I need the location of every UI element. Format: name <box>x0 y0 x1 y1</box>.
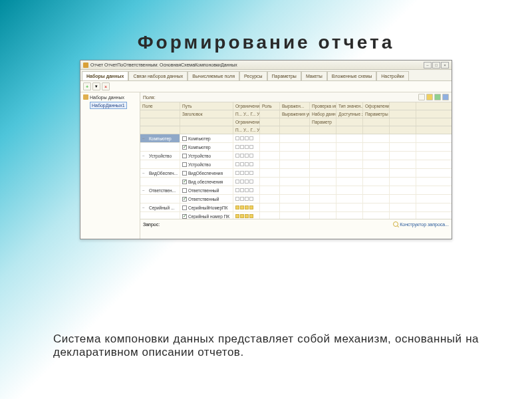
tree-item-dataset1[interactable]: НаборДанных1 <box>90 102 127 109</box>
restriction-box[interactable] <box>249 145 253 149</box>
checkbox[interactable] <box>182 136 187 141</box>
restriction-box[interactable] <box>249 171 253 175</box>
restriction-box[interactable] <box>240 136 244 140</box>
restriction-box[interactable] <box>235 171 239 175</box>
tab-7[interactable]: Настройки <box>376 71 408 80</box>
col-header[interactable]: Тип значен... <box>336 102 363 110</box>
checkbox[interactable] <box>182 180 187 184</box>
restriction-box[interactable] <box>235 136 239 140</box>
restriction-box[interactable] <box>235 205 239 209</box>
col-header[interactable]: Роль <box>260 102 280 110</box>
tab-4[interactable]: Параметры <box>267 71 301 80</box>
restriction-box[interactable] <box>245 171 249 175</box>
col-header[interactable] <box>180 118 233 126</box>
expand-icon[interactable]: − <box>142 171 148 176</box>
col-header[interactable] <box>280 118 310 126</box>
table-row[interactable]: Устройство <box>140 160 452 169</box>
table-row[interactable]: −КомпьютерКомпьютер <box>140 134 452 143</box>
restriction-box[interactable] <box>240 188 244 192</box>
col-header[interactable] <box>336 118 363 126</box>
tab-0[interactable]: Наборы данных <box>82 71 128 80</box>
restriction-box[interactable] <box>235 214 239 218</box>
col-header[interactable]: Путь <box>180 102 233 110</box>
restriction-box[interactable] <box>240 214 244 218</box>
tab-2[interactable]: Вычисляемые поля <box>188 71 239 80</box>
col-header[interactable] <box>390 102 416 110</box>
col-header[interactable] <box>260 110 280 118</box>
checkbox[interactable] <box>182 197 187 201</box>
col-header[interactable] <box>260 126 280 134</box>
col-header[interactable] <box>363 126 390 134</box>
restriction-box[interactable] <box>245 197 249 201</box>
restriction-box[interactable] <box>249 180 253 184</box>
restriction-box[interactable] <box>240 197 244 201</box>
tab-3[interactable]: Ресурсы <box>239 71 267 80</box>
restriction-box[interactable] <box>235 154 239 158</box>
col-header[interactable]: Оформление <box>363 102 390 110</box>
restriction-box[interactable] <box>245 145 249 149</box>
table-row[interactable]: Компьютер <box>140 143 452 152</box>
col-header[interactable]: Параметры редактиро... <box>363 110 390 118</box>
tool-icon-2[interactable] <box>426 94 433 100</box>
col-header[interactable]: Выражен... <box>280 102 310 110</box>
delete-button[interactable]: × <box>102 82 110 90</box>
restriction-box[interactable] <box>235 162 239 166</box>
restriction-box[interactable] <box>240 145 244 149</box>
col-header[interactable] <box>180 126 233 134</box>
expand-icon[interactable]: − <box>142 205 148 210</box>
table-row[interactable]: Ответственный <box>140 195 452 203</box>
col-header[interactable]: Ограничение рек... <box>233 118 260 126</box>
restriction-box[interactable] <box>235 180 239 184</box>
col-header[interactable]: Заголовок <box>180 110 233 118</box>
col-header[interactable]: Проверка иерархии <box>310 102 336 110</box>
col-header[interactable] <box>280 126 310 134</box>
col-header[interactable]: Ограничение поля <box>233 102 260 110</box>
restriction-box[interactable] <box>240 154 244 158</box>
col-header[interactable] <box>140 110 180 118</box>
col-header[interactable] <box>140 118 180 126</box>
col-header[interactable] <box>260 118 280 126</box>
checkbox[interactable] <box>182 214 187 219</box>
checkbox[interactable] <box>182 145 187 150</box>
tab-1[interactable]: Связи наборов данных <box>128 71 188 80</box>
restriction-box[interactable] <box>245 180 249 184</box>
restriction-box[interactable] <box>245 214 249 218</box>
col-header[interactable]: П... У... Г... У... <box>233 126 260 134</box>
restriction-box[interactable] <box>240 171 244 175</box>
close-button[interactable]: × <box>441 62 449 68</box>
expand-icon[interactable]: − <box>142 154 148 158</box>
restriction-box[interactable] <box>249 162 253 166</box>
tool-icon-4[interactable] <box>442 94 449 100</box>
minimize-button[interactable]: – <box>424 62 432 68</box>
restriction-box[interactable] <box>249 205 253 209</box>
col-header[interactable] <box>390 110 416 118</box>
checkbox[interactable] <box>182 154 187 158</box>
table-row[interactable]: Серийный номер ПК <box>140 212 452 219</box>
restriction-box[interactable] <box>245 188 249 192</box>
col-header[interactable]: Выражения упорядоч... <box>280 110 310 118</box>
table-row[interactable]: −Серийный ...СерийныйНомерПК <box>140 203 452 212</box>
table-row[interactable]: −ВидОбеспеч...ВидОбеспечения <box>140 169 452 178</box>
col-header[interactable] <box>390 118 416 126</box>
checkbox[interactable] <box>182 188 187 193</box>
table-row[interactable]: Вид обеспечения <box>140 178 452 186</box>
restriction-box[interactable] <box>245 136 249 140</box>
col-header[interactable] <box>140 126 180 134</box>
restriction-box[interactable] <box>249 136 253 140</box>
col-header[interactable]: Параметр <box>310 118 336 126</box>
expand-icon[interactable]: − <box>142 188 148 193</box>
tool-icon-3[interactable] <box>434 94 441 100</box>
tab-5[interactable]: Макеты <box>301 71 327 80</box>
query-constructor-link[interactable]: Конструктор запроса... <box>393 221 449 227</box>
col-header[interactable] <box>336 126 363 134</box>
col-header[interactable] <box>363 118 390 126</box>
restriction-box[interactable] <box>245 205 249 209</box>
col-header[interactable]: Набор данных <box>310 110 336 118</box>
restriction-box[interactable] <box>249 214 253 218</box>
tree-root[interactable]: Наборы данных <box>82 94 138 100</box>
col-header[interactable] <box>390 126 416 134</box>
checkbox[interactable] <box>182 171 187 176</box>
table-row[interactable]: −УстройствоУстройство <box>140 152 452 160</box>
col-header[interactable]: Доступные значения <box>336 110 363 118</box>
restriction-box[interactable] <box>245 162 249 166</box>
